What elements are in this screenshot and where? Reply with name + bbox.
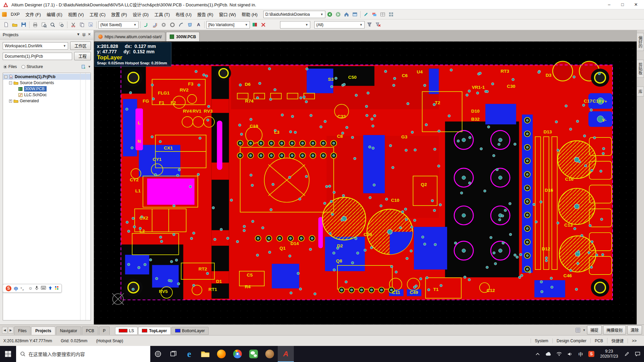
back-button[interactable] <box>326 10 334 18</box>
keyboard-icon[interactable] <box>41 286 46 291</box>
tray-volume-icon[interactable] <box>565 346 575 362</box>
clear-filter-icon[interactable] <box>374 21 382 29</box>
tray-windows-ink-icon[interactable] <box>622 346 632 362</box>
collapse-icon[interactable]: - <box>9 81 12 84</box>
mask-level-button[interactable]: 掩膜级别 <box>603 325 626 335</box>
grid-settings-icon[interactable] <box>387 10 395 18</box>
interactive-routing-icon[interactable] <box>142 21 150 29</box>
open-document-icon[interactable] <box>11 21 19 29</box>
snap-options-arrow-icon[interactable]: ▼ <box>583 328 586 332</box>
panel-close-icon[interactable]: ✕ <box>88 32 91 38</box>
taskbar-search-box[interactable]: 在这里输入你要搜索的内容 <box>16 346 150 362</box>
taskbar-file-explorer-icon[interactable] <box>197 346 213 362</box>
zoom-fit-icon[interactable] <box>49 21 57 29</box>
close-button[interactable]: ✕ <box>629 1 643 9</box>
sort-documents-icon[interactable] <box>80 63 87 70</box>
print-icon[interactable] <box>31 21 39 29</box>
taskbar-tim-icon[interactable] <box>262 346 278 362</box>
panel-pin-icon[interactable]: 早 <box>82 32 86 38</box>
pad-tool-icon[interactable] <box>160 21 168 29</box>
scope-combo[interactable]: (All)▼ <box>314 21 365 28</box>
tab-300w-pcb[interactable]: 300W.PCB <box>166 32 200 41</box>
pencil-tool-icon[interactable] <box>362 10 370 18</box>
panel-tab-projects[interactable]: Projects <box>31 326 55 335</box>
forward-button[interactable] <box>334 10 342 18</box>
expand-icon[interactable]: + <box>9 100 12 103</box>
mic-icon[interactable] <box>35 286 39 291</box>
copy-icon[interactable] <box>78 21 86 29</box>
menu-place[interactable]: 放置 (P) <box>109 9 130 19</box>
snap-button[interactable]: 捕捉 <box>587 325 602 335</box>
tray-onedrive-icon[interactable] <box>543 346 553 362</box>
project-combo[interactable]: Documents(1).PrjPcb <box>3 53 72 60</box>
tree-item-llc-schdoc[interactable]: - LLC.SchDoc <box>12 92 91 98</box>
tree-item-300w-pcb[interactable]: - 300W.PCB <box>12 86 91 92</box>
filter-combo[interactable]: ▼ <box>280 21 310 28</box>
tree-item-generated[interactable]: + Generated <box>8 98 91 104</box>
pcb-board-drawing[interactable]: F3FLG1RV2FGF1F2RV4RV1RV3LNCX1CY1CY2L1CX2… <box>94 42 637 324</box>
print-preview-icon[interactable] <box>40 21 48 29</box>
taskbar-altium-icon[interactable]: A <box>278 346 294 362</box>
cut-icon[interactable] <box>69 21 77 29</box>
taskbar-edge-icon[interactable]: e <box>181 346 197 362</box>
string-tool-icon[interactable]: A <box>195 21 203 29</box>
pcb-viewport[interactable]: x:201.828dx: 0.127 mm y: 47.777dy: 0.152… <box>94 42 637 324</box>
menu-help[interactable]: 帮助 (H) <box>239 9 260 19</box>
layer-tab-ls[interactable]: LS <box>115 327 138 335</box>
layer-tab-bottomlayer[interactable]: BottomLayer <box>171 327 209 335</box>
project-button[interactable]: 工程 <box>74 52 91 60</box>
zoom-area-icon[interactable] <box>57 21 65 29</box>
tray-clock[interactable]: 9:23 2020/7/23 <box>597 349 621 359</box>
panel-tab-files[interactable]: Files <box>14 326 31 335</box>
minimize-button[interactable]: – <box>602 1 616 9</box>
tray-network-icon[interactable] <box>554 346 564 362</box>
tray-show-hidden-icon[interactable] <box>533 346 543 362</box>
filter-funnel-icon[interactable] <box>365 21 373 29</box>
home-button[interactable] <box>342 10 351 18</box>
menu-tools[interactable]: 工具 (T) <box>152 9 172 19</box>
variations-combo[interactable]: [No Variations]▼ <box>206 21 250 28</box>
path-combo[interactable]: D:\BaiduNetdiskDownloa▼ <box>263 11 325 18</box>
side-tab-libraries[interactable]: 库 <box>637 86 644 97</box>
tray-notification-icon[interactable] <box>633 346 643 362</box>
status-shortcuts-button[interactable]: 快捷键 <box>607 338 628 344</box>
maximize-button[interactable]: □ <box>616 1 629 9</box>
panel-tabs-scroll-left-icon[interactable]: ◀ <box>2 327 7 334</box>
workspace-combo[interactable]: Workspace1.DsnWrk▼ <box>3 42 68 50</box>
arc-tool-icon[interactable] <box>177 21 185 29</box>
layer-tab-toplayer[interactable]: TopLayer <box>138 327 170 335</box>
status-system-button[interactable]: System <box>531 339 552 343</box>
menu-dxp[interactable]: DXP <box>8 10 22 18</box>
tray-input-mode-indicator[interactable]: 中 <box>576 346 586 362</box>
table-tool-icon[interactable] <box>379 10 387 18</box>
tree-item-project[interactable]: - Documents(1).PrjPcb <box>3 74 91 80</box>
cortana-button[interactable] <box>150 346 166 362</box>
side-tab-clipboard[interactable]: 剪贴板 <box>637 60 644 78</box>
menu-view[interactable]: 视图 (V) <box>65 9 87 19</box>
differential-routing-icon[interactable] <box>151 21 159 29</box>
menu-design[interactable]: 设计 (D) <box>130 9 151 19</box>
board-insight-grid-icon[interactable] <box>575 327 581 334</box>
task-view-button[interactable] <box>166 346 181 362</box>
via-tool-icon[interactable] <box>168 21 176 29</box>
layers-tool-icon[interactable] <box>370 10 378 18</box>
structure-radio[interactable]: Structure <box>21 64 43 69</box>
panel-tab-p[interactable]: P <box>99 326 110 335</box>
menu-edit[interactable]: 编辑 (E) <box>44 9 65 19</box>
browser-button[interactable] <box>351 10 359 18</box>
sort-arrow-icon[interactable]: ▼ <box>88 65 91 68</box>
panel-menu-icon[interactable]: ▼ <box>76 32 80 38</box>
menu-reports[interactable]: 报告 (R) <box>195 9 216 19</box>
polygon-tool-icon[interactable] <box>186 21 194 29</box>
sogou-logo-icon[interactable]: S <box>6 286 11 291</box>
save-icon[interactable] <box>19 21 28 29</box>
tab-altium-start-page[interactable]: https://www.altium.com/ad-start/ <box>95 32 165 41</box>
clear-variant-icon[interactable] <box>259 21 267 29</box>
taskbar-firefox-icon[interactable] <box>213 346 229 362</box>
collapse-icon[interactable]: - <box>4 75 7 78</box>
workspace-button[interactable]: 工作区 <box>70 42 91 50</box>
menu-route[interactable]: 布线 (U) <box>173 9 194 19</box>
menu-file[interactable]: 文件 (F) <box>23 9 44 19</box>
tray-sogou-icon[interactable]: S <box>586 346 596 362</box>
emoji-icon[interactable]: ☺ <box>29 286 33 291</box>
